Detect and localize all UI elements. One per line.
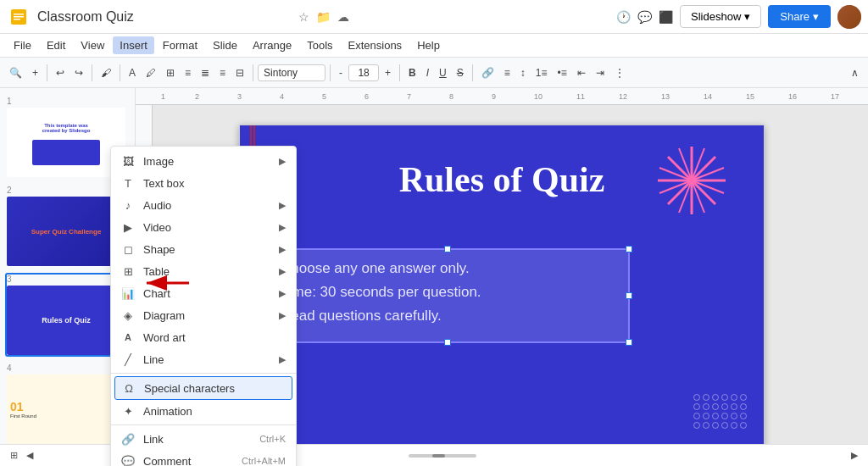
zoom-in-button[interactable]: + xyxy=(28,64,42,81)
avatar[interactable] xyxy=(837,5,861,29)
menu-comment[interactable]: 💬 Comment Ctrl+Alt+M xyxy=(111,450,296,466)
diagram-icon: ◈ xyxy=(121,308,135,322)
border-button[interactable]: ⊞ xyxy=(162,64,179,81)
menu-image[interactable]: 🖼 Image ▶ xyxy=(111,150,296,172)
present-icon[interactable]: ⬛ xyxy=(659,10,673,24)
folder-icon[interactable]: 📁 xyxy=(316,10,331,24)
menu-slide[interactable]: Slide xyxy=(206,36,244,54)
zoom-button[interactable]: 🔍 xyxy=(5,64,26,81)
redo-button[interactable]: ↪ xyxy=(70,64,87,81)
menu-video[interactable]: ▶ Video ▶ xyxy=(111,216,296,238)
menu-edit[interactable]: Edit xyxy=(40,36,72,54)
handle-tr xyxy=(626,246,632,252)
special-chars-icon: Ω xyxy=(122,381,136,395)
menu-bar: File Edit View Insert Format Slide Arran… xyxy=(0,34,868,58)
slide-line-1: Choose any one answer only. xyxy=(281,260,615,277)
menu-shape[interactable]: ◻ Shape ▶ xyxy=(111,238,296,260)
handle-br xyxy=(626,339,632,346)
menu-insert[interactable]: Insert xyxy=(113,36,154,54)
slide-title: Rules of Quiz xyxy=(399,159,605,200)
star-icon[interactable]: ☆ xyxy=(298,10,309,24)
menu-special-characters[interactable]: Ω Special characters xyxy=(114,376,292,400)
handle-tc xyxy=(444,246,451,252)
text-align-button[interactable]: ≡ xyxy=(500,64,515,81)
expand-icon[interactable]: ▶ xyxy=(851,450,858,461)
wordart-icon: A xyxy=(121,330,135,344)
text-color-button[interactable]: A xyxy=(125,64,140,81)
font-selector[interactable] xyxy=(258,64,326,81)
handle-bc xyxy=(444,339,451,346)
menu-link[interactable]: 🔗 Link Ctrl+K xyxy=(111,428,296,450)
font-size-input[interactable] xyxy=(348,64,379,81)
menu-tools[interactable]: Tools xyxy=(300,36,339,54)
menu-help[interactable]: Help xyxy=(410,36,447,54)
slide-line-2: Time: 30 seconds per question. xyxy=(281,284,615,301)
indent-more-button[interactable]: ⇥ xyxy=(592,64,609,81)
menu-diagram[interactable]: ◈ Diagram ▶ xyxy=(111,304,296,326)
underline-button[interactable]: U xyxy=(435,64,451,81)
bold-button[interactable]: B xyxy=(404,64,420,81)
slide-preview-4: 01 First Round xyxy=(7,374,125,444)
textbox-icon: T xyxy=(121,176,135,190)
unordered-list-button[interactable]: •≡ xyxy=(553,64,570,81)
submenu-arrow: ▶ xyxy=(279,200,286,211)
paint-format-button[interactable]: 🖌 xyxy=(97,64,115,81)
menu-wordart[interactable]: A Word art xyxy=(111,326,296,348)
history-icon[interactable]: 🕐 xyxy=(616,10,631,24)
menu-extensions[interactable]: Extensions xyxy=(342,36,409,54)
columns-button[interactable]: ⊟ xyxy=(231,64,248,81)
undo-button[interactable]: ↩ xyxy=(52,64,69,81)
comment-icon[interactable]: 💬 xyxy=(637,10,652,24)
menu-divider-1 xyxy=(111,373,296,374)
align-center-button[interactable]: ≣ xyxy=(197,64,214,81)
submenu-arrow: ▶ xyxy=(279,266,286,277)
link-button[interactable]: 🔗 xyxy=(477,64,498,81)
top-bar: Classroom Quiz ☆ 📁 ☁ 🕐 💬 ⬛ Slideshow ▾ S… xyxy=(0,0,868,34)
toolbar: 🔍 + ↩ ↪ 🖌 A 🖊 ⊞ ≡ ≣ ≡ ⊟ - + B I U S 🔗 ≡ … xyxy=(0,58,868,88)
chevron-down-icon: ▾ xyxy=(813,10,819,23)
more-button[interactable]: ⋮ xyxy=(610,64,629,81)
video-icon: ▶ xyxy=(121,220,135,234)
menu-file[interactable]: File xyxy=(7,36,38,54)
menu-view[interactable]: View xyxy=(74,36,111,54)
collapse-panel-icon[interactable]: ◀ xyxy=(26,450,33,461)
menu-chart[interactable]: 📊 Chart ▶ xyxy=(111,282,296,304)
menu-arrange[interactable]: Arrange xyxy=(246,36,298,54)
app-logo xyxy=(7,5,31,29)
menu-textbox[interactable]: T Text box xyxy=(111,172,296,194)
share-button[interactable]: Share ▾ xyxy=(768,5,831,28)
slideshow-button[interactable]: Slideshow ▾ xyxy=(680,5,761,28)
menu-animation[interactable]: ✦ Animation xyxy=(111,400,296,422)
submenu-arrow: ▶ xyxy=(279,244,286,255)
audio-icon: ♪ xyxy=(121,198,135,212)
align-right-button[interactable]: ≡ xyxy=(215,64,230,81)
text-box[interactable]: Choose any one answer only. Time: 30 sec… xyxy=(265,248,630,343)
image-icon: 🖼 xyxy=(121,154,135,168)
menu-format[interactable]: Format xyxy=(156,36,204,54)
font-size-increase[interactable]: + xyxy=(381,64,395,81)
highlight-button[interactable]: 🖊 xyxy=(142,64,160,81)
menu-line[interactable]: ╱ Line ▶ xyxy=(111,348,296,370)
slide-preview-3: Rules of Quiz xyxy=(7,286,125,355)
ordered-list-button[interactable]: 1≡ xyxy=(531,64,552,81)
submenu-arrow: ▶ xyxy=(279,288,286,299)
strikethrough-button[interactable]: S xyxy=(453,64,468,81)
cloud-icon[interactable]: ☁ xyxy=(337,10,349,24)
doc-title: Classroom Quiz xyxy=(37,9,292,25)
collapse-button[interactable]: ∧ xyxy=(847,64,863,81)
font-size-decrease[interactable]: - xyxy=(335,64,347,81)
dots-decoration xyxy=(693,394,747,429)
slide-scroll[interactable] xyxy=(409,454,476,458)
line-spacing-button[interactable]: ↕ xyxy=(516,64,530,81)
menu-table[interactable]: ⊞ Table ▶ xyxy=(111,260,296,282)
indent-less-button[interactable]: ⇤ xyxy=(573,64,590,81)
slide-preview-1: This template wascreated by Slidesgo xyxy=(7,108,125,177)
submenu-arrow: ▶ xyxy=(279,222,286,233)
grid-icon[interactable]: ⊞ xyxy=(10,450,18,461)
chevron-down-icon: ▾ xyxy=(744,10,750,23)
insert-dropdown: 🖼 Image ▶ T Text box ♪ Audio ▶ ▶ Video ▶… xyxy=(110,146,297,466)
align-left-button[interactable]: ≡ xyxy=(181,64,195,81)
menu-audio[interactable]: ♪ Audio ▶ xyxy=(111,194,296,216)
chart-icon: 📊 xyxy=(121,286,135,300)
italic-button[interactable]: I xyxy=(422,64,433,81)
